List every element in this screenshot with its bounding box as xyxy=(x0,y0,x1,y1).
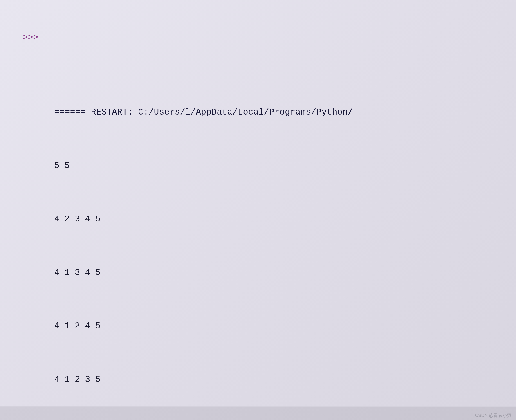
watermark-text: CSDN @青衣小猿 xyxy=(475,412,511,418)
window-bottom-area xyxy=(0,406,516,420)
io-line: 5 5 xyxy=(54,160,69,171)
io-line: 4 1 2 4 5 xyxy=(54,321,100,331)
io-line: 4 2 3 4 5 xyxy=(54,214,100,225)
prompt-symbol: >>> xyxy=(21,32,54,43)
io-line: 4 1 2 3 5 xyxy=(54,374,100,385)
io-line: 4 1 3 4 5 xyxy=(54,267,100,278)
python-shell-output[interactable]: >>> ====== RESTART: C:/Users/l/AppData/L… xyxy=(0,0,516,420)
restart-banner: ====== RESTART: C:/Users/l/AppData/Local… xyxy=(54,107,353,118)
